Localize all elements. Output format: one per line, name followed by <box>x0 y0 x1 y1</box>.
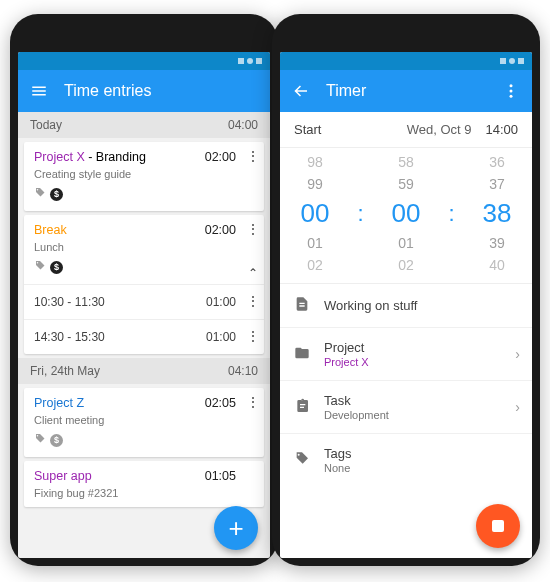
tags-label: Tags <box>324 446 351 461</box>
folder-icon <box>294 345 310 364</box>
chevron-right-icon: › <box>515 399 520 415</box>
fab-stop[interactable] <box>476 504 520 548</box>
sub-range: 14:30 - 15:30 <box>34 330 105 344</box>
entry-duration: 01:05 <box>205 469 236 483</box>
stop-icon <box>492 520 504 532</box>
chevron-up-icon[interactable]: ⌃ <box>248 266 258 280</box>
billable-icon: $ <box>50 261 63 274</box>
more-icon[interactable]: ⋮ <box>244 394 262 410</box>
section-total: 04:00 <box>228 118 258 132</box>
billable-icon: $ <box>50 434 63 447</box>
section-header-fri: Fri, 24th May 04:10 <box>18 358 270 384</box>
tag-icon <box>294 451 310 470</box>
entry-title: Super app <box>34 469 92 484</box>
back-icon[interactable] <box>292 82 310 100</box>
plus-icon: + <box>228 513 243 544</box>
colon: : <box>448 201 454 227</box>
entry-card[interactable]: Project Z 02:05 Client meeting $ ⋮ <box>24 388 264 457</box>
sub-duration: 01:00 <box>206 295 236 309</box>
entry-desc: Lunch <box>34 241 254 253</box>
entry-duration: 02:00 <box>205 150 236 164</box>
svg-point-2 <box>510 95 513 98</box>
picker-hours[interactable]: 98 99 00 01 02 <box>287 154 342 273</box>
app-bar: Time entries <box>18 70 270 112</box>
section-label: Today <box>30 118 62 132</box>
section-header-today: Today 04:00 <box>18 112 270 138</box>
entry-title: Break <box>34 223 67 238</box>
sub-entry[interactable]: 10:30 - 11:30 01:00 ⋮ <box>24 284 264 319</box>
status-bar <box>280 52 532 70</box>
entry-title: Project X - Branding <box>34 150 146 165</box>
chevron-right-icon: › <box>515 346 520 362</box>
tags-value: None <box>324 462 351 474</box>
screen-timer: Timer Start Wed, Oct 9 14:00 98 99 00 01… <box>280 52 532 558</box>
more-icon[interactable]: ⋮ <box>244 221 262 237</box>
note-icon <box>294 296 310 315</box>
sub-entry[interactable]: 14:30 - 15:30 01:00 ⋮ <box>24 319 264 354</box>
note-text: Working on stuff <box>324 298 417 313</box>
more-icon[interactable]: ⋮ <box>244 148 262 164</box>
svg-point-0 <box>510 84 513 87</box>
section-label: Fri, 24th May <box>30 364 100 378</box>
start-row[interactable]: Start Wed, Oct 9 14:00 <box>280 112 532 148</box>
status-bar <box>18 52 270 70</box>
picker-seconds[interactable]: 36 37 38 39 40 <box>469 154 524 273</box>
tag-icon <box>34 185 46 203</box>
entries-list: Today 04:00 Project X - Branding 02:00 C… <box>18 112 270 558</box>
appbar-title: Time entries <box>64 82 258 100</box>
menu-icon[interactable] <box>30 82 48 100</box>
colon: : <box>357 201 363 227</box>
entry-card[interactable]: Project X - Branding 02:00 Creating styl… <box>24 142 264 211</box>
entry-duration: 02:05 <box>205 396 236 410</box>
entry-duration: 02:00 <box>205 223 236 237</box>
phone-right: Timer Start Wed, Oct 9 14:00 98 99 00 01… <box>272 14 540 566</box>
more-icon[interactable]: ⋮ <box>244 293 262 309</box>
phone-left: Time entries Today 04:00 Project X - Bra… <box>10 14 278 566</box>
project-value: Project X <box>324 356 369 368</box>
picker-minutes[interactable]: 58 59 00 01 02 <box>378 154 433 273</box>
app-bar: Timer <box>280 70 532 112</box>
sub-duration: 01:00 <box>206 330 236 344</box>
section-total: 04:10 <box>228 364 258 378</box>
entry-card-break[interactable]: Break 02:00 Lunch $ ⋮ ⌃ 10:30 - 11:30 01… <box>24 215 264 354</box>
overflow-icon[interactable] <box>502 82 520 100</box>
task-label: Task <box>324 393 351 408</box>
entry-desc: Fixing bug #2321 <box>34 487 254 499</box>
task-row[interactable]: Task Development › <box>280 381 532 434</box>
start-time: 14:00 <box>485 122 518 137</box>
screen-time-entries: Time entries Today 04:00 Project X - Bra… <box>18 52 270 558</box>
more-icon[interactable]: ⋮ <box>244 328 262 344</box>
duration-picker[interactable]: 98 99 00 01 02 : 58 59 00 01 02 : 36 3 <box>280 148 532 284</box>
billable-icon: $ <box>50 188 63 201</box>
tag-icon <box>34 431 46 449</box>
tags-row[interactable]: Tags None <box>280 434 532 486</box>
task-value: Development <box>324 409 389 421</box>
start-date: Wed, Oct 9 <box>407 122 472 137</box>
entry-desc: Creating style guide <box>34 168 254 180</box>
project-row[interactable]: Project Project X › <box>280 328 532 381</box>
timer-content: Start Wed, Oct 9 14:00 98 99 00 01 02 : … <box>280 112 532 558</box>
fab-add[interactable]: + <box>214 506 258 550</box>
entry-card[interactable]: Super app 01:05 Fixing bug #2321 <box>24 461 264 507</box>
clipboard-icon <box>294 398 310 417</box>
start-label: Start <box>294 122 321 137</box>
entry-desc: Client meeting <box>34 414 254 426</box>
project-label: Project <box>324 340 364 355</box>
sub-range: 10:30 - 11:30 <box>34 295 105 309</box>
appbar-title: Timer <box>326 82 486 100</box>
note-row[interactable]: Working on stuff <box>280 284 532 328</box>
tag-icon <box>34 258 46 276</box>
entry-title: Project Z <box>34 396 84 411</box>
svg-point-1 <box>510 90 513 93</box>
